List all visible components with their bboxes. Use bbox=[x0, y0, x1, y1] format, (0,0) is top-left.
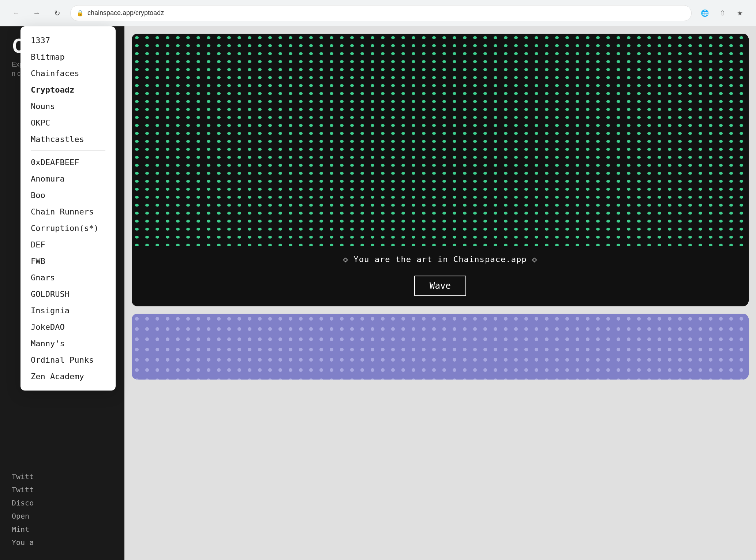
reload-button[interactable]: ↻ bbox=[50, 6, 64, 20]
browser-actions: 🌐 ⇧ ★ bbox=[697, 6, 747, 20]
dropdown-item-0xdeafbeef[interactable]: 0xDEAFBEEF bbox=[20, 154, 116, 171]
dropdown-item-chain-runners[interactable]: Chain Runners bbox=[20, 204, 116, 220]
dropdown-item-1337[interactable]: 1337 bbox=[20, 32, 116, 49]
dropdown-item-ordinal-punks[interactable]: Ordinal Punks bbox=[20, 352, 116, 368]
sidebar-item-opensea[interactable]: Open bbox=[12, 512, 113, 520]
dropdown-item-cryptoadz[interactable]: Cryptoadz bbox=[20, 82, 116, 98]
translate-button[interactable]: 🌐 bbox=[697, 6, 712, 20]
sidebar-item-mint[interactable]: Mint bbox=[12, 525, 113, 534]
dot-grid-dark bbox=[132, 34, 749, 246]
dropdown-item-zen-academy[interactable]: Zen Academy bbox=[20, 368, 116, 385]
wave-button[interactable]: Wave bbox=[414, 276, 466, 296]
dropdown-item-anomura[interactable]: Anomura bbox=[20, 171, 116, 187]
address-bar[interactable] bbox=[87, 9, 685, 17]
sidebar-bottom: Twitt Twitt Disco Open Mint You a bbox=[0, 472, 124, 551]
share-button[interactable]: ⇧ bbox=[715, 6, 730, 20]
sidebar-item-youa[interactable]: You a bbox=[12, 538, 113, 547]
dropdown-item-gnars[interactable]: Gnars bbox=[20, 269, 116, 286]
forward-button[interactable]: → bbox=[29, 6, 44, 20]
dropdown-item-corruptions[interactable]: Corruption(s*) bbox=[20, 220, 116, 236]
card-tagline: ◇ You are the art in Chainspace.app ◇ bbox=[132, 246, 749, 273]
sidebar-item-twitter1[interactable]: Twitt bbox=[12, 472, 113, 481]
lock-icon: 🔒 bbox=[76, 10, 84, 16]
dropdown-item-mathcastles[interactable]: Mathcastles bbox=[20, 131, 116, 148]
main-content: ◇ You are the art in Chainspace.app ◇ Wa… bbox=[124, 26, 756, 560]
dropdown-item-def[interactable]: DEF bbox=[20, 236, 116, 253]
sidebar-item-twitter2[interactable]: Twitt bbox=[12, 485, 113, 494]
dropdown-item-fwb[interactable]: FWB bbox=[20, 253, 116, 269]
dropdown-item-boo[interactable]: Boo bbox=[20, 187, 116, 204]
dropdown-menu: 1337 Blitmap Chainfaces Cryptoadz Nouns … bbox=[20, 26, 116, 391]
sidebar-item-discord[interactable]: Disco bbox=[12, 499, 113, 507]
dropdown-item-jokedao[interactable]: JokeDAO bbox=[20, 319, 116, 335]
dot-grid-light bbox=[132, 314, 749, 380]
dropdown-item-okpc[interactable]: OKPC bbox=[20, 115, 116, 131]
dropdown-item-nouns[interactable]: Nouns bbox=[20, 98, 116, 115]
dropdown-item-insignia[interactable]: Insignia bbox=[20, 302, 116, 319]
card-light bbox=[132, 314, 749, 380]
dropdown-item-mannys[interactable]: Manny's bbox=[20, 335, 116, 352]
back-button[interactable]: ← bbox=[9, 6, 23, 20]
main-layout: Cha Expe n ch Twitt Twitt Disco Open Min… bbox=[0, 26, 756, 560]
dropdown-divider bbox=[31, 150, 105, 151]
bookmark-button[interactable]: ★ bbox=[733, 6, 747, 20]
browser-chrome: ← → ↻ 🔒 🌐 ⇧ ★ bbox=[0, 0, 756, 26]
dropdown-item-chainfaces[interactable]: Chainfaces bbox=[20, 65, 116, 82]
dropdown-item-blitmap[interactable]: Blitmap bbox=[20, 49, 116, 65]
card-dark: ◇ You are the art in Chainspace.app ◇ Wa… bbox=[132, 34, 749, 306]
address-bar-container: 🔒 bbox=[70, 5, 692, 21]
wave-button-container: Wave bbox=[132, 273, 749, 306]
dropdown-item-goldrush[interactable]: GOLDRUSH bbox=[20, 286, 116, 302]
